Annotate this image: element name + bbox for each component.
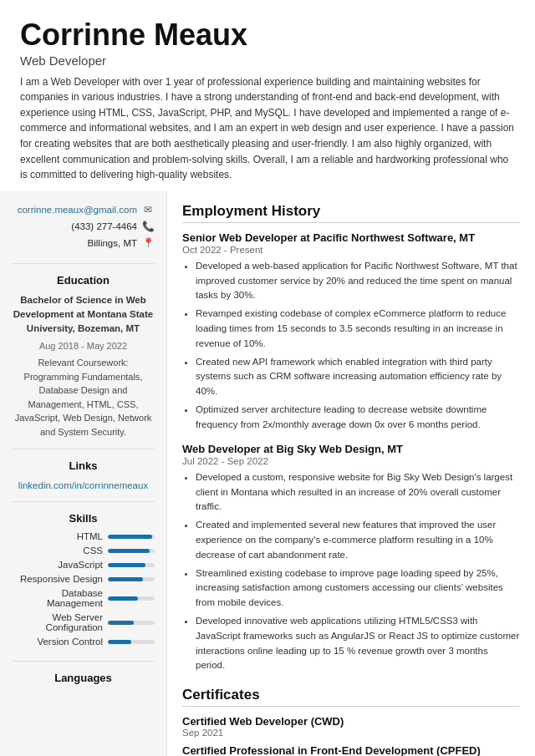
skills-list: HTML CSS JavaScript Responsive Design Da… <box>12 531 155 647</box>
skill-bar-fill <box>108 621 134 625</box>
certificates-list: Certified Web Developer (CWD) Sep 2021 C… <box>182 715 520 756</box>
phone-icon: 📞 <box>141 220 155 233</box>
skill-bar-bg <box>108 549 155 553</box>
resume-container: Corrinne Meaux Web Developer I am a Web … <box>0 0 535 756</box>
skill-item: JavaScript <box>12 560 155 570</box>
skill-bar-bg <box>108 621 155 625</box>
skill-item: HTML <box>12 531 155 541</box>
skill-bar-fill <box>108 535 152 539</box>
job-bullet: Developed a web-based application for Pa… <box>196 259 520 303</box>
cert-item: Certified Web Developer (CWD) Sep 2021 <box>182 715 520 738</box>
skill-item: Version Control <box>12 637 155 647</box>
education-coursework: Relevant Coursework: Programming Fundame… <box>12 356 155 439</box>
job-dates: Jul 2022 - Sep 2022 <box>182 456 520 466</box>
employment-section: Employment History Senior Web Developer … <box>182 203 520 674</box>
job-item: Web Developer at Big Sky Web Design, MT … <box>182 443 520 674</box>
skill-bar-fill <box>108 640 131 644</box>
contact-email-item: corrinne.meaux@gmail.com ✉ <box>12 203 155 216</box>
skills-title: Skills <box>12 512 155 525</box>
skills-section: Skills HTML CSS JavaScript Responsive De… <box>12 512 155 662</box>
job-bullet: Revamped existing codebase of complex eC… <box>196 307 520 351</box>
email-link[interactable]: corrinne.meaux@gmail.com <box>18 205 137 215</box>
languages-title: Languages <box>12 672 155 684</box>
education-content: Bachelor of Science in Web Development a… <box>12 293 155 439</box>
job-title: Senior Web Developer at Pacific Northwes… <box>182 231 520 244</box>
languages-section: Languages <box>12 672 155 684</box>
education-degree: Bachelor of Science in Web Development a… <box>13 295 153 334</box>
skill-bar-fill <box>108 549 150 553</box>
certificates-section: Certificates Certified Web Developer (CW… <box>182 687 520 756</box>
job-bullet: Optimized server architecture leading to… <box>196 403 520 433</box>
links-section: Links linkedin.com/in/corrinnemeaux <box>12 459 155 502</box>
skill-bar-bg <box>108 535 155 539</box>
employment-title: Employment History <box>182 203 520 223</box>
skill-bar-bg <box>108 596 155 601</box>
skill-label: Version Control <box>12 637 103 647</box>
location-icon: 📍 <box>141 236 155 250</box>
body-section: corrinne.meaux@gmail.com ✉ (433) 277-446… <box>0 191 535 756</box>
candidate-summary: I am a Web Developer with over 1 year of… <box>20 74 515 183</box>
skill-bar-bg <box>108 563 155 567</box>
job-bullet: Created new API framework which enabled … <box>196 355 520 399</box>
education-title: Education <box>12 274 155 287</box>
sidebar: corrinne.meaux@gmail.com ✉ (433) 277-446… <box>0 191 167 756</box>
header-section: Corrinne Meaux Web Developer I am a Web … <box>0 0 535 191</box>
linkedin-link[interactable]: linkedin.com/in/corrinnemeaux <box>18 480 148 490</box>
candidate-name: Corrinne Meaux <box>20 18 515 52</box>
candidate-title: Web Developer <box>20 53 515 68</box>
skill-bar-bg <box>108 640 155 644</box>
main-content: Employment History Senior Web Developer … <box>167 191 535 756</box>
job-bullet: Developed innovative web applications ut… <box>196 614 520 673</box>
contact-section: corrinne.meaux@gmail.com ✉ (433) 277-446… <box>12 203 155 264</box>
coursework-label: Relevant Coursework: <box>38 358 128 368</box>
education-section: Education Bachelor of Science in Web Dev… <box>12 274 155 449</box>
skill-item: CSS <box>12 545 155 556</box>
education-dates: Aug 2018 - May 2022 <box>12 339 155 353</box>
skill-label: JavaScript <box>12 560 103 570</box>
job-title: Web Developer at Big Sky Web Design, MT <box>182 443 520 455</box>
skill-bar-bg <box>108 577 155 581</box>
links-content: linkedin.com/in/corrinnemeaux <box>12 479 155 491</box>
jobs-list: Senior Web Developer at Pacific Northwes… <box>182 231 520 674</box>
skill-bar-fill <box>108 596 138 601</box>
links-title: Links <box>12 459 155 472</box>
skill-bar-fill <box>108 577 143 581</box>
contact-location-item: Billings, MT 📍 <box>12 236 155 250</box>
job-bullets: Developed a web-based application for Pa… <box>182 259 520 433</box>
skill-label: HTML <box>12 531 103 541</box>
location-text: Billings, MT <box>88 238 137 248</box>
skill-label: Database Management <box>12 588 103 608</box>
skill-label: Web Server Configuration <box>12 612 103 632</box>
contact-phone-item: (433) 277-4464 📞 <box>12 220 155 233</box>
skill-item: Responsive Design <box>12 574 155 584</box>
job-bullets: Developed a custom, responsive website f… <box>182 470 520 674</box>
skill-label: CSS <box>12 545 103 556</box>
certificates-title: Certificates <box>182 687 520 707</box>
job-dates: Oct 2022 - Present <box>182 245 520 255</box>
skill-label: Responsive Design <box>12 574 103 584</box>
job-bullet: Developed a custom, responsive website f… <box>196 470 520 515</box>
job-item: Senior Web Developer at Pacific Northwes… <box>182 231 520 433</box>
coursework-text: Programming Fundamentals, Database Desig… <box>15 372 152 437</box>
cert-item: Certified Professional in Front-End Deve… <box>182 744 520 756</box>
skill-bar-fill <box>108 563 145 567</box>
job-bullet: Created and implemented several new feat… <box>196 518 520 562</box>
phone-text: (433) 277-4464 <box>71 221 137 231</box>
cert-name: Certified Professional in Front-End Deve… <box>182 744 520 756</box>
skill-item: Database Management <box>12 588 155 608</box>
cert-date: Sep 2021 <box>182 728 520 738</box>
job-bullet: Streamlined existing codebase to improve… <box>196 566 520 611</box>
skill-item: Web Server Configuration <box>12 612 155 632</box>
cert-name: Certified Web Developer (CWD) <box>182 715 520 728</box>
email-icon: ✉ <box>141 203 155 216</box>
